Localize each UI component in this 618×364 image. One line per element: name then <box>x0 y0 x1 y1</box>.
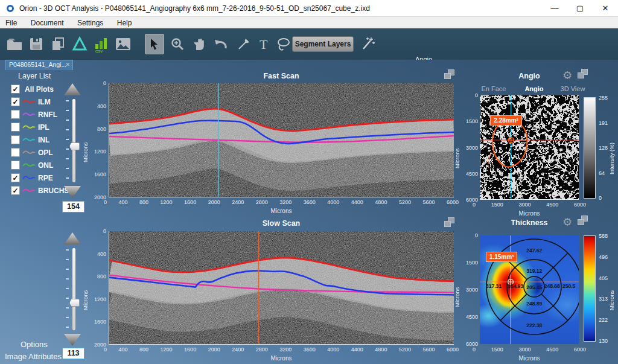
document-tab[interactable]: P048065141_Angi... ✕ <box>5 60 73 70</box>
tab-angio[interactable]: Angio <box>517 85 552 92</box>
fast-scan-bscan-image[interactable] <box>109 83 454 197</box>
x-tick-label: 4800 <box>375 346 387 353</box>
ilm-checkbox[interactable]: ✓ <box>11 97 20 106</box>
popout-windows-icon[interactable] <box>444 217 456 228</box>
onl-checkbox[interactable] <box>11 161 20 170</box>
thickness-x-ticks: 01500300045006000 <box>473 346 586 353</box>
layer-row-onl[interactable]: ONL <box>11 159 69 171</box>
export-csv-chart-icon[interactable]: CSV <box>92 34 111 54</box>
x-tick-label: 0 <box>473 346 476 353</box>
y-tick-label: 3000 <box>466 145 478 151</box>
ipl-checkbox[interactable] <box>11 123 20 132</box>
x-tick-label: 1200 <box>161 199 173 205</box>
options-label[interactable]: Options <box>21 340 48 349</box>
open-folder-icon[interactable] <box>5 34 24 54</box>
slow-scan-bscan-image[interactable] <box>109 231 454 345</box>
tab-close-icon[interactable]: ✕ <box>65 60 70 69</box>
image-icon[interactable] <box>113 34 133 54</box>
angio-enface-image[interactable]: 2.28mm² <box>480 95 579 200</box>
undo-icon[interactable] <box>211 34 231 54</box>
intensity-colorbar-label: Intensity (%) <box>608 120 615 174</box>
layer-row-rpe[interactable]: ✓ RPE <box>11 171 69 184</box>
lasso-tool-icon[interactable] <box>274 34 293 54</box>
layer-row-ilm[interactable]: ✓ ILM <box>11 95 69 108</box>
x-tick-label: 2800 <box>256 346 268 353</box>
slider-up-arrow[interactable] <box>64 232 81 244</box>
pointer-tool-icon[interactable] <box>145 34 164 54</box>
slow-scan-slice-value[interactable]: 113 <box>62 348 84 359</box>
thickness-settings-gear-icon[interactable]: ⚙ <box>562 217 572 228</box>
y-tick-label: 0 <box>475 232 478 238</box>
minimize-button[interactable]: — <box>542 0 567 17</box>
save-icon[interactable] <box>27 34 46 54</box>
layer-list: ✓ All Plots ✓ ILM RNFL IPL INL <box>11 83 69 197</box>
thickness-colorbar-ticks: 588496405313222130 <box>599 233 608 344</box>
magic-wand-icon[interactable] <box>358 34 378 54</box>
fast-scan-slider[interactable] <box>62 83 83 198</box>
segment-layers-button[interactable]: Segment Layers <box>292 36 354 52</box>
x-tick-label: 800 <box>139 199 148 205</box>
x-tick-label: 1600 <box>184 346 196 353</box>
x-tick-label: 4500 <box>546 202 558 208</box>
etdrs-value-right-inner: 248.68 <box>544 283 560 289</box>
slider-handle[interactable] <box>69 142 80 150</box>
delta-analysis-icon[interactable] <box>70 34 89 54</box>
tab-en-face[interactable]: En Face <box>474 85 513 92</box>
rnfl-checkbox[interactable] <box>11 110 20 119</box>
menu-settings[interactable]: Settings <box>72 18 109 28</box>
opl-checkbox[interactable] <box>11 148 20 157</box>
fast-scan-x-ticks: 0400800120016002000240028003200360040004… <box>104 199 459 205</box>
text-tool-icon[interactable]: T <box>255 34 274 54</box>
layer-row-rnfl[interactable]: RNFL <box>11 108 69 121</box>
etdrs-value-bottom-outer: 222.38 <box>526 322 542 328</box>
layer-row-ipl[interactable]: IPL <box>11 121 69 133</box>
popout-windows-icon[interactable] <box>444 69 456 80</box>
y-tick-label: 1600 <box>94 171 106 177</box>
x-tick-label: 6000 <box>447 199 459 205</box>
popout-windows-icon[interactable] <box>578 216 590 226</box>
all-plots-checkbox[interactable]: ✓ <box>11 85 20 94</box>
bruchs-checkbox[interactable]: ✓ <box>11 186 20 195</box>
thickness-map-image[interactable]: 247.62 319.12 317.31 354.93 205.45 248.6… <box>480 235 579 344</box>
slider-handle[interactable] <box>69 299 80 307</box>
x-tick-label: 2000 <box>208 199 220 205</box>
thickness-y-ticks: 01500300045006000 <box>461 232 478 347</box>
slow-scan-slider[interactable] <box>62 232 83 346</box>
x-tick-label: 3600 <box>304 346 316 353</box>
copy-icon[interactable] <box>48 34 68 54</box>
intensity-colorbar-ticks: 255191128640 <box>599 95 608 201</box>
layer-row-opl[interactable]: OPL <box>11 146 69 159</box>
fast-scan-y-ticks: 0400800120016002000 <box>89 80 106 200</box>
layer-row-inl[interactable]: INL <box>11 133 69 146</box>
toolbar: CSV T Segment Layers Angio <box>0 28 618 60</box>
pan-hand-tool-icon[interactable] <box>190 34 209 54</box>
close-button[interactable]: ✕ <box>593 0 618 17</box>
image-attributes-label[interactable]: Image Attributes <box>5 352 62 361</box>
menu-document[interactable]: Document <box>25 18 69 28</box>
maximize-button[interactable]: ▢ <box>567 0 593 17</box>
menu-help[interactable]: Help <box>112 18 138 28</box>
x-tick-label: 4000 <box>327 346 339 353</box>
slider-up-arrow[interactable] <box>64 83 81 95</box>
layer-row-bruchs[interactable]: ✓ BRUCHS <box>11 184 69 197</box>
inl-curve-icon <box>22 136 36 144</box>
zoom-tool-icon[interactable] <box>168 34 187 54</box>
colorbar-tick-label: 588 <box>599 233 608 239</box>
x-tick-label: 0 <box>473 202 476 208</box>
fast-scan-slice-value[interactable]: 154 <box>62 201 84 212</box>
slider-down-arrow[interactable] <box>64 334 81 346</box>
layer-row-all-plots[interactable]: ✓ All Plots <box>11 83 69 95</box>
rpe-checkbox[interactable]: ✓ <box>11 173 20 182</box>
angio-settings-gear-icon[interactable]: ⚙ <box>562 70 572 81</box>
colorbar-tick-label: 313 <box>599 296 608 302</box>
x-tick-label: 4000 <box>327 199 339 205</box>
popout-windows-icon[interactable] <box>578 69 590 80</box>
x-tick-label: 4500 <box>546 346 558 353</box>
slider-down-arrow[interactable] <box>64 186 81 198</box>
x-tick-label: 1200 <box>161 346 173 353</box>
ilm-curve-icon <box>22 98 36 106</box>
scalpel-tool-icon[interactable] <box>234 34 253 54</box>
menu-file[interactable]: File <box>0 18 22 28</box>
tab-3d-view[interactable]: 3D View <box>554 85 591 92</box>
inl-checkbox[interactable] <box>11 135 20 144</box>
